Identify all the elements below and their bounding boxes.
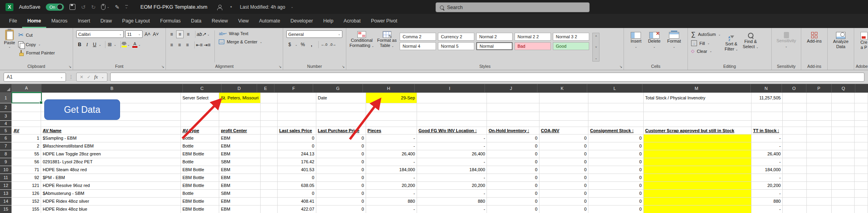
cell-J4[interactable] xyxy=(487,120,539,127)
cell-J3[interactable] xyxy=(487,112,539,120)
cell-Q4[interactable] xyxy=(831,120,855,127)
cell-C2[interactable] xyxy=(180,103,219,112)
tab-data[interactable]: Data xyxy=(186,18,207,28)
borders-icon[interactable]: ⊞ xyxy=(106,41,113,48)
row-header-7[interactable]: 7 xyxy=(0,142,12,150)
cell-I11[interactable]: - xyxy=(417,174,487,181)
comma-format-icon[interactable]: , xyxy=(308,41,315,48)
cell-E11[interactable] xyxy=(260,174,277,181)
cell-O12[interactable] xyxy=(782,181,806,189)
cell-A12[interactable]: 121 xyxy=(12,181,41,189)
cell-G8[interactable]: 0 xyxy=(316,150,366,158)
row-header-9[interactable]: 9 xyxy=(0,158,12,166)
cell-G15[interactable]: 0 xyxy=(316,205,366,213)
cell-D11[interactable]: EBM xyxy=(219,174,260,181)
cell-P10[interactable] xyxy=(806,166,831,174)
cell-J14[interactable]: 0 xyxy=(487,197,539,205)
align-right-icon[interactable]: ≡ xyxy=(184,41,191,49)
cell-M9[interactable] xyxy=(643,158,751,166)
tab-macros[interactable]: Macros xyxy=(46,18,73,28)
align-top-icon[interactable]: ≡ xyxy=(168,31,175,38)
cell-O14[interactable] xyxy=(782,197,806,205)
row-header-15[interactable]: 15 xyxy=(0,205,12,213)
analyze-data-button[interactable]: AnalyzeData xyxy=(828,32,854,49)
tab-home[interactable]: Home xyxy=(22,18,46,28)
cell-N15[interactable]: - xyxy=(751,205,782,213)
cell-N8[interactable]: 26,400 xyxy=(751,150,782,158)
cell-L7[interactable]: 0 xyxy=(588,142,644,150)
tab-formulas[interactable]: Formulas xyxy=(155,18,186,28)
fill-button[interactable]: ↓ Fill⌄ xyxy=(691,40,721,46)
column-header-H[interactable]: H xyxy=(363,84,415,93)
percent-format-icon[interactable]: % xyxy=(299,41,306,48)
insert-function-icon[interactable]: fx xyxy=(94,74,98,80)
column-header-D[interactable]: D xyxy=(222,84,257,93)
cell-B5[interactable]: AV Name xyxy=(41,127,181,134)
increase-indent-icon[interactable]: ⇥≡ xyxy=(204,41,210,49)
cell-D9[interactable]: SBM xyxy=(219,158,260,166)
get-data-button[interactable]: Get Data xyxy=(44,99,120,120)
ink-pen-icon[interactable]: ✎ xyxy=(115,4,120,10)
style-chip-normal-2[interactable]: Normal 2 xyxy=(476,33,513,41)
decrease-indent-icon[interactable]: ⇤≡ xyxy=(196,41,203,49)
cell-M5[interactable]: Customer Scrap approved but still in Sto… xyxy=(643,127,751,134)
cell-A9[interactable]: 56 xyxy=(12,158,41,166)
cell-M7[interactable] xyxy=(643,142,751,150)
cell-O2[interactable] xyxy=(782,103,806,112)
cell-L15[interactable]: 0 xyxy=(588,205,644,213)
cell-D14[interactable]: EBM xyxy=(219,197,260,205)
cell-C5[interactable]: AV Type xyxy=(180,127,219,134)
cell-H7[interactable]: - xyxy=(366,142,417,150)
cell-C3[interactable] xyxy=(180,112,219,120)
cell-N3[interactable] xyxy=(751,112,782,120)
cell-G3[interactable] xyxy=(316,112,366,120)
cell-K11[interactable]: 0 xyxy=(539,174,588,181)
column-header-K[interactable]: K xyxy=(537,84,587,93)
cell-O13[interactable] xyxy=(782,189,806,197)
style-chip-normal-3-2[interactable]: Normal 3 2 xyxy=(553,33,589,41)
cell-A1[interactable] xyxy=(12,93,41,103)
column-header-O[interactable]: O xyxy=(782,84,806,93)
cell-E15[interactable] xyxy=(260,205,277,213)
cell-I5[interactable]: Good FG W/o INV Location : xyxy=(417,127,487,134)
cell-C8[interactable]: EBM Bottle xyxy=(180,150,219,158)
last-modified-label[interactable]: Last Modified: 4h ago xyxy=(240,4,285,10)
cell-I12[interactable]: 20,200 xyxy=(417,181,487,189)
cell-I6[interactable]: - xyxy=(417,134,487,142)
cell-O7[interactable] xyxy=(782,142,806,150)
cell-B14[interactable]: HDPE Ridex 48oz silver xyxy=(41,197,181,205)
cell-P4[interactable] xyxy=(806,120,831,127)
cell-I13[interactable]: - xyxy=(417,189,487,197)
cell-F2[interactable] xyxy=(277,103,316,112)
align-center-icon[interactable]: ≡ xyxy=(176,41,183,49)
cell-D7[interactable]: EBM xyxy=(219,142,260,150)
cell-F9[interactable]: 176.42 xyxy=(277,158,316,166)
cell-J12[interactable]: 0 xyxy=(487,181,539,189)
cell-O3[interactable] xyxy=(782,112,806,120)
cell-G6[interactable]: 0 xyxy=(316,134,366,142)
cell-Q2[interactable] xyxy=(831,103,855,112)
autosum-button[interactable]: ∑ AutoSum⌄ xyxy=(691,31,721,38)
cell-H4[interactable] xyxy=(366,120,417,127)
cell-D12[interactable]: EBM xyxy=(219,181,260,189)
underline-button[interactable]: U xyxy=(91,41,98,48)
find-select-button[interactable]: Find & Select ⌄ xyxy=(743,33,759,63)
cell-G1[interactable]: Date xyxy=(316,93,366,103)
cell-H8[interactable]: 26,400 xyxy=(366,150,417,158)
cell-K15[interactable]: 0 xyxy=(539,205,588,213)
style-gallery-scrollbar[interactable]: ˄˅⌄ xyxy=(592,33,599,62)
cell-O15[interactable] xyxy=(782,205,806,213)
cell-L9[interactable]: 0 xyxy=(588,158,644,166)
row-header-12[interactable]: 12 xyxy=(0,181,12,189)
cell-A5[interactable]: AV xyxy=(12,127,41,134)
increase-font-icon[interactable]: A˄ xyxy=(144,31,151,38)
cell-D2[interactable] xyxy=(219,103,260,112)
decrease-font-icon[interactable]: A˅ xyxy=(152,31,159,38)
cell-E14[interactable] xyxy=(260,197,277,205)
align-middle-icon[interactable]: ≡ xyxy=(176,30,184,38)
cell-F3[interactable] xyxy=(277,112,316,120)
font-size-select[interactable]: 11⌄ xyxy=(125,30,143,38)
cell-L13[interactable]: 0 xyxy=(588,189,644,197)
cell-N9[interactable]: - xyxy=(751,158,782,166)
cell-H11[interactable]: - xyxy=(366,174,417,181)
